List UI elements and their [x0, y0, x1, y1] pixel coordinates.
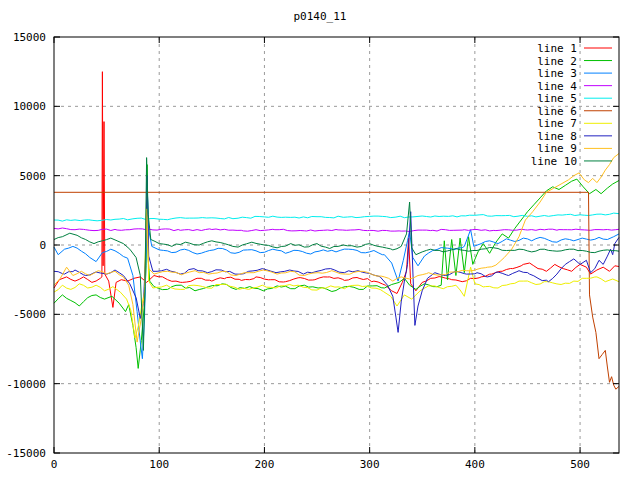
tick-label-y: 5000	[20, 170, 47, 183]
tick-label-y: -10000	[6, 378, 46, 391]
series-line-5	[54, 213, 619, 221]
series-line-8	[54, 176, 619, 333]
legend-label: line 1	[537, 42, 577, 55]
legend-label: line 5	[537, 92, 577, 105]
tick-label-x: 300	[360, 458, 380, 471]
tick-label-x: 100	[149, 458, 169, 471]
chart-window: p0140_11 0100200300400500-15000-10000-50…	[0, 0, 640, 480]
tick-label-x: 0	[51, 458, 58, 471]
tick-label-x: 400	[465, 458, 485, 471]
series-line-4	[54, 228, 619, 232]
legend-label: line 6	[537, 105, 577, 118]
tick-label-y: 15000	[13, 31, 46, 44]
tick-label-y: 0	[39, 239, 46, 252]
tick-label-y: -5000	[13, 308, 46, 321]
legend-label: line 3	[537, 67, 577, 80]
legend-label: line 8	[537, 130, 577, 143]
legend-label: line 9	[537, 142, 577, 155]
tick-label-y: 10000	[13, 100, 46, 113]
legend-label: line 10	[531, 155, 577, 168]
tick-label-y: -15000	[6, 447, 46, 460]
chart-plot: 0100200300400500-15000-10000-50000500010…	[0, 0, 640, 480]
legend-label: line 7	[537, 117, 577, 130]
legend-label: line 4	[537, 80, 577, 93]
series-line-9	[54, 154, 619, 343]
legend-label: line 2	[537, 55, 577, 68]
tick-label-x: 200	[254, 458, 274, 471]
tick-label-x: 500	[570, 458, 590, 471]
